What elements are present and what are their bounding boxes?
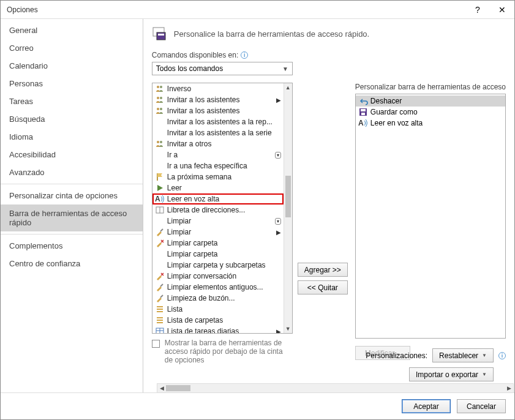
- command-item[interactable]: Limpiar▾: [152, 216, 284, 227]
- submenu-arrow-icon: ▶: [276, 97, 281, 103]
- help-button[interactable]: ?: [465, 1, 490, 19]
- show-below-ribbon-label: Mostrar la barra de herramientas de acce…: [165, 339, 293, 364]
- content-pane: Personalice la barra de herramientas de …: [143, 19, 514, 392]
- blank-icon: [155, 216, 165, 226]
- svg-text:A: A: [358, 119, 364, 127]
- sidebar-item[interactable]: Correo: [1, 39, 143, 57]
- blank-icon: [155, 117, 165, 127]
- qat-header-icon: [152, 25, 169, 42]
- command-item[interactable]: Limpieza de buzón...: [152, 293, 284, 304]
- info-icon-reset[interactable]: i: [498, 352, 506, 359]
- info-icon[interactable]: i: [241, 51, 248, 59]
- svg-point-4: [160, 86, 162, 88]
- command-item[interactable]: La próxima semana: [152, 171, 284, 182]
- remove-button[interactable]: << Quitar: [298, 280, 348, 294]
- sidebar-item[interactable]: Accesibilidad: [1, 146, 143, 163]
- blank-icon: [155, 128, 165, 138]
- command-item[interactable]: Invitar a los asistentes a la rep...: [152, 116, 284, 127]
- command-item[interactable]: Lista de tareas diarias▶: [152, 326, 284, 333]
- commands-combo-value: Todos los comandos: [156, 64, 223, 73]
- command-item[interactable]: Limpiar▶: [152, 227, 284, 238]
- horizontal-scrollbar[interactable]: ◀ ▶: [157, 383, 514, 393]
- broom-icon: [155, 282, 165, 292]
- command-item[interactable]: Lista de carpetas: [152, 315, 284, 326]
- qat-item[interactable]: ALeer en voz alta: [356, 118, 505, 129]
- scroll-left-icon[interactable]: ◀: [157, 384, 166, 392]
- speak-icon: A: [358, 118, 368, 128]
- scroll-right-icon[interactable]: ▶: [505, 384, 513, 392]
- list-icon: [155, 315, 165, 325]
- qat-list[interactable]: DeshacerGuardar comoALeer en voz alta: [355, 94, 506, 339]
- command-item[interactable]: Inverso: [152, 83, 284, 94]
- category-sidebar: GeneralCorreoCalendarioPersonasTareasBús…: [1, 19, 143, 392]
- svg-rect-2: [158, 34, 164, 36]
- broom-icon: [155, 293, 165, 303]
- command-item[interactable]: Invitar a los asistentes▶: [152, 94, 284, 105]
- command-item[interactable]: Ir a una fecha específica: [152, 160, 284, 171]
- header-text: Personalice la barra de herramientas de …: [174, 29, 369, 39]
- play-icon: [155, 183, 165, 193]
- commands-combo[interactable]: Todos los comandos ▼: [152, 62, 293, 75]
- command-item[interactable]: Invitar a los asistentes a la serie: [152, 127, 284, 138]
- save-icon: [358, 107, 368, 117]
- table-icon: [155, 326, 165, 333]
- customize-qat-label: Personalizar barra de herramientas de ac…: [355, 83, 506, 91]
- command-item[interactable]: Limpiar carpeta y subcarpetas: [152, 260, 284, 271]
- sidebar-item[interactable]: Tareas: [1, 92, 143, 110]
- available-commands-list[interactable]: InversoInvitar a los asistentes▶Invitar …: [152, 83, 293, 334]
- svg-rect-24: [361, 109, 366, 111]
- command-item[interactable]: ALeer en voz alta: [152, 193, 284, 204]
- sidebar-item[interactable]: Calendario: [1, 57, 143, 75]
- command-item[interactable]: Ir a▾: [152, 149, 284, 160]
- book-icon: [155, 205, 165, 215]
- sidebar-item[interactable]: Personas: [1, 75, 143, 92]
- sidebar-item[interactable]: Personalizar cinta de opciones: [1, 187, 143, 204]
- command-item[interactable]: Invitar a los asistentes: [152, 105, 284, 116]
- sidebar-item[interactable]: Barra de herramientas de acceso rápido: [1, 204, 143, 231]
- undo-icon: [358, 96, 368, 106]
- sidebar-item[interactable]: General: [1, 21, 143, 39]
- command-item[interactable]: Invitar a otros: [152, 138, 284, 149]
- cancel-button[interactable]: Cancelar: [457, 399, 506, 413]
- command-item[interactable]: Libreta de direcciones...: [152, 204, 284, 216]
- sidebar-item[interactable]: Centro de confianza: [1, 255, 143, 272]
- sidebar-item[interactable]: Búsqueda: [1, 110, 143, 128]
- command-item[interactable]: Limpiar elementos antiguos...: [152, 282, 284, 293]
- command-item[interactable]: Limpiar carpeta: [152, 249, 284, 260]
- close-button[interactable]: ✕: [490, 1, 514, 19]
- qat-item[interactable]: Guardar como: [356, 107, 505, 118]
- command-item[interactable]: Limpiar conversación: [152, 271, 284, 282]
- qat-item[interactable]: Deshacer: [356, 96, 505, 107]
- ok-button[interactable]: Aceptar: [402, 399, 451, 413]
- blank-icon: [155, 150, 165, 160]
- scroll-down-icon[interactable]: ▼: [284, 324, 292, 333]
- add-button[interactable]: Agregar >>: [298, 263, 348, 277]
- people-icon: [155, 95, 165, 105]
- show-below-ribbon-checkbox[interactable]: [152, 340, 160, 348]
- scroll-up-icon[interactable]: ▲: [284, 83, 292, 92]
- sidebar-item[interactable]: Complementos: [1, 237, 143, 255]
- reset-button[interactable]: Restablecer: [432, 348, 494, 362]
- personalizations-label: Personalizaciones:: [366, 351, 427, 360]
- scrollbar-vertical[interactable]: ▲ ▼: [284, 83, 292, 333]
- speak-icon: A: [155, 194, 165, 204]
- commands-label: Comandos disponibles en:: [152, 51, 238, 59]
- svg-point-10: [160, 141, 162, 143]
- sidebar-item[interactable]: Avanzado: [1, 163, 143, 181]
- people-icon: [155, 139, 165, 149]
- sidebar-item[interactable]: Idioma: [1, 128, 143, 146]
- import-export-button[interactable]: Importar o exportar: [409, 367, 494, 381]
- command-item[interactable]: Limpiar carpeta: [152, 238, 284, 249]
- command-item[interactable]: Lista: [152, 304, 284, 315]
- title-bar: Opciones ? ✕: [1, 1, 514, 19]
- svg-text:A: A: [155, 195, 160, 203]
- svg-rect-25: [361, 113, 365, 115]
- broom-x-icon: [155, 271, 165, 281]
- svg-point-7: [157, 108, 159, 110]
- command-item[interactable]: Leer: [152, 182, 284, 193]
- list-icon: [155, 304, 165, 314]
- dialog-footer: Aceptar Cancelar: [1, 392, 514, 419]
- blank-icon: [155, 260, 165, 270]
- blank-icon: [155, 161, 165, 171]
- svg-point-5: [157, 97, 159, 99]
